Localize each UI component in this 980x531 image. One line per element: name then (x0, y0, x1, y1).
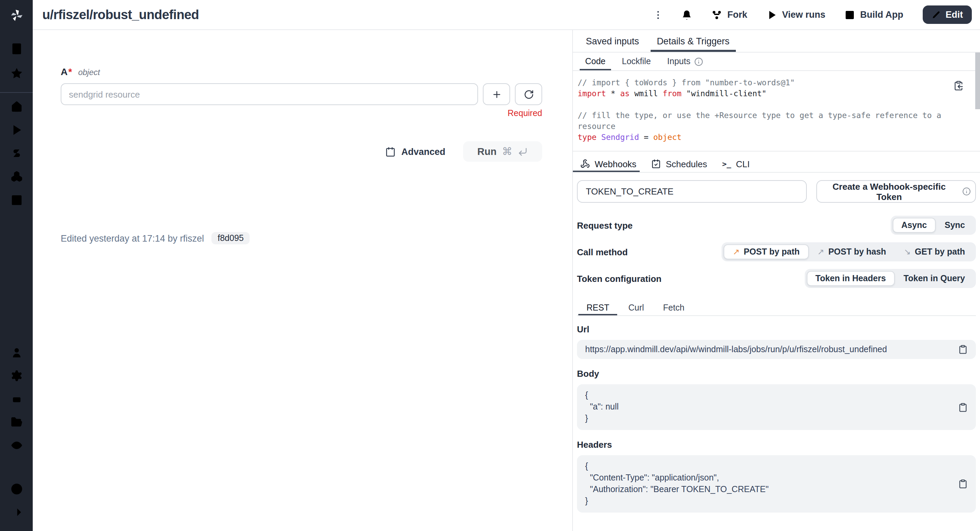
sidebar-item-schedules[interactable] (10, 193, 23, 209)
arrow-up-right-icon: ↗ (817, 247, 824, 257)
field-type: object (78, 68, 100, 77)
tab-rest[interactable]: REST (577, 300, 619, 315)
notifications-button[interactable] (682, 9, 692, 20)
sidebar-item-audit-logs[interactable] (10, 439, 23, 454)
dollar-icon (10, 147, 23, 160)
tab-schedules[interactable]: Schedules (644, 156, 714, 172)
calendar-check-icon (651, 159, 661, 169)
windmill-logo[interactable] (0, 0, 33, 30)
sidebar-item-users[interactable] (10, 346, 23, 362)
token-config-label: Token configuration (577, 273, 662, 284)
token-in-headers[interactable]: Token in Headers (807, 271, 895, 286)
sidebar-item-resources[interactable] (10, 170, 23, 186)
run-button[interactable]: Run ⌘ (463, 141, 542, 162)
webhook-icon (581, 159, 590, 169)
advanced-label: Advanced (401, 147, 445, 157)
request-type-sync[interactable]: Sync (935, 218, 974, 233)
call-method-get-by-path[interactable]: ↘ GET by path (895, 244, 974, 259)
edit-button[interactable]: Edit (923, 5, 972, 24)
tab-fetch[interactable]: Fetch (654, 300, 694, 315)
call-method-toggle: ↗ POST by path ↗ POST by hash ↘ GET by p… (722, 242, 976, 262)
edited-info-row: Edited yesterday at 17:14 by rfiszel f8d… (61, 232, 542, 244)
edited-text: Edited yesterday at 17:14 by rfiszel (61, 233, 204, 243)
url-value: https://app.windmill.dev/api/w/windmill-… (585, 344, 887, 354)
fork-label: Fork (727, 10, 748, 20)
view-runs-label: View runs (782, 10, 825, 20)
more-menu-button[interactable] (653, 9, 664, 20)
sidebar-expand-button[interactable] (10, 506, 23, 521)
sidebar-item-workers[interactable] (10, 392, 23, 408)
sidebar-item-runs[interactable] (10, 124, 23, 139)
copy-url-icon[interactable] (958, 344, 968, 354)
request-type-async[interactable]: Async (892, 218, 935, 233)
call-method-label: Call method (577, 247, 628, 257)
add-resource-button[interactable] (483, 83, 510, 105)
tab-code[interactable]: Code (577, 53, 614, 70)
advanced-button[interactable]: Advanced (386, 147, 445, 157)
call-method-post-by-path[interactable]: ↗ POST by path (724, 244, 808, 259)
headers-value: { "Content-Type": "application/json", "A… (577, 455, 976, 513)
tab-details-triggers[interactable]: Details & Triggers (648, 30, 738, 52)
tab-webhooks[interactable]: Webhooks (573, 156, 644, 172)
arrow-down-right-icon: ↘ (904, 247, 911, 257)
sidebar-item-favorites[interactable] (10, 67, 23, 83)
request-type-label: Request type (577, 220, 633, 230)
building-icon (10, 42, 23, 55)
run-form-pane: A * object Required (33, 30, 572, 531)
pencil-icon (931, 10, 941, 19)
calendar-icon (10, 193, 23, 206)
trigger-tabs: Webhooks Schedules >_ CLI (573, 156, 980, 173)
refresh-button[interactable] (515, 83, 542, 105)
star-icon (10, 67, 23, 80)
bell-icon (682, 9, 692, 20)
create-token-button[interactable]: Create a Webhook-specific Token (816, 180, 976, 203)
headers-value-box: { "Content-Type": "application/json", "A… (577, 455, 976, 513)
sidebar-item-variables[interactable] (10, 147, 23, 163)
calendar-icon (386, 147, 396, 157)
sidebar-item-settings[interactable] (10, 369, 23, 385)
tab-inputs[interactable]: Inputs (659, 53, 712, 70)
code-tabs: Code Lockfile Inputs (573, 53, 980, 71)
panel-scrollbar[interactable] (975, 53, 980, 109)
boxes-icon (10, 170, 23, 183)
view-runs-button[interactable]: View runs (766, 9, 825, 20)
call-method-post-by-hash[interactable]: ↗ POST by hash (808, 244, 895, 259)
tab-curl[interactable]: Curl (619, 300, 654, 315)
play-icon (10, 124, 23, 137)
sidebar-item-workspace[interactable] (10, 42, 23, 58)
edit-label: Edit (945, 10, 963, 20)
gear-icon (10, 369, 23, 382)
url-label: Url (577, 324, 976, 335)
copy-code-icon[interactable] (953, 81, 964, 91)
copy-body-icon[interactable] (958, 402, 968, 412)
user-icon (10, 346, 23, 359)
fork-button[interactable]: Fork (712, 9, 748, 20)
tab-saved-inputs[interactable]: Saved inputs (577, 30, 648, 52)
details-panel: Saved inputs Details & Triggers Code Loc… (572, 30, 980, 531)
home-icon (10, 100, 23, 113)
plus-icon (492, 89, 501, 99)
version-hash-badge[interactable]: f8d095 (212, 232, 250, 244)
play-icon (766, 9, 777, 20)
cmd-key-icon: ⌘ (502, 145, 512, 158)
field-name: A (61, 66, 67, 77)
tab-cli[interactable]: >_ CLI (715, 156, 757, 172)
build-app-button[interactable]: Build App (845, 9, 904, 20)
field-label-row: A * object (61, 66, 542, 77)
terminal-icon: >_ (722, 159, 732, 168)
eye-icon (10, 439, 23, 452)
refresh-icon (523, 89, 534, 99)
sidebar-item-folders[interactable] (10, 416, 23, 431)
arrow-up-right-icon: ↗ (733, 247, 740, 257)
resource-input[interactable] (61, 83, 478, 105)
tab-lockfile[interactable]: Lockfile (614, 53, 659, 70)
sidebar-item-home[interactable] (10, 100, 23, 116)
kebab-icon (653, 9, 664, 20)
sidebar-item-help[interactable] (10, 483, 23, 498)
copy-headers-icon[interactable] (958, 479, 968, 489)
token-input[interactable] (577, 180, 807, 203)
token-in-query[interactable]: Token in Query (895, 271, 974, 286)
windmill-app: u/rfiszel/robust_undefined Fork View run… (0, 0, 980, 531)
headers-label: Headers (577, 440, 976, 450)
body-value-box: { "a": null } (577, 384, 976, 430)
